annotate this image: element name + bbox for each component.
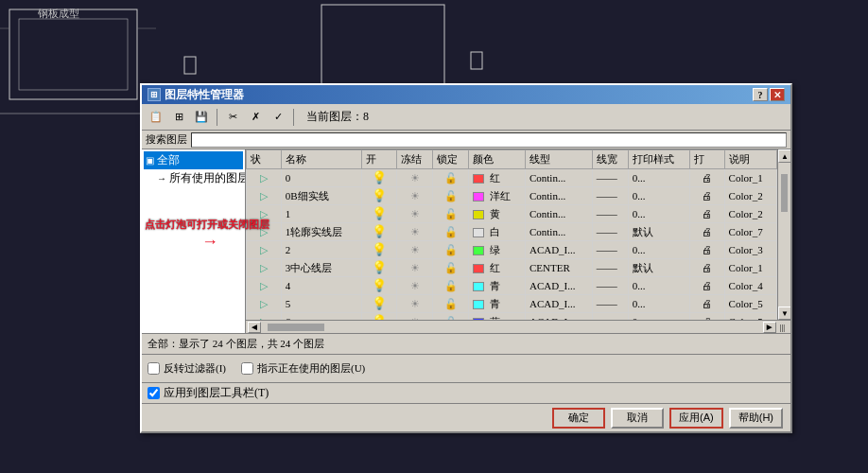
invert-filter-checkbox[interactable] (148, 362, 160, 375)
cell-color[interactable]: 黄 (469, 205, 526, 223)
cell-color[interactable]: 青 (469, 295, 526, 313)
cell-on[interactable]: 💡 (362, 169, 397, 187)
cell-printstyle[interactable]: 0... (628, 205, 689, 223)
cell-print[interactable]: 🖨 (689, 169, 724, 187)
cell-linetype[interactable]: CENTER (525, 259, 592, 277)
cell-freeze[interactable]: ☀ (396, 277, 432, 295)
cell-printstyle[interactable]: 默认 (628, 259, 689, 277)
cell-linetype[interactable]: Contin... (525, 205, 592, 223)
cell-lock[interactable]: 🔓 (433, 313, 469, 321)
indicate-used-checkbox[interactable] (241, 362, 253, 375)
cell-color[interactable]: 白 (469, 223, 526, 241)
table-row[interactable]: ▷ 0 💡 ☀ 🔓 红 Contin... —— 0... 🖨 Color_1 (247, 169, 777, 187)
cell-printstyle[interactable]: 默认 (628, 223, 689, 241)
scroll-down-btn[interactable]: ▼ (778, 307, 790, 320)
cell-freeze[interactable]: ☀ (396, 241, 432, 259)
cell-lock[interactable]: 🔓 (433, 277, 469, 295)
confirm-btn[interactable]: ✓ (268, 107, 288, 128)
cell-on[interactable]: 💡 (362, 313, 397, 321)
table-row[interactable]: ▷ 4 💡 ☀ 🔓 青 ACAD_I... —— 0... 🖨 Color_4 (247, 277, 777, 295)
cell-linewidth[interactable]: —— (592, 205, 628, 223)
cell-lock[interactable]: 🔓 (433, 169, 469, 187)
close-titlebar-btn[interactable]: ✕ (770, 88, 785, 101)
cell-linewidth[interactable]: —— (592, 295, 628, 313)
cell-on[interactable]: 💡 (362, 277, 397, 295)
table-row[interactable]: ▷ 2 💡 ☀ 🔓 绿 ACAD_I... —— 0... 🖨 Color_3 (247, 241, 777, 259)
cell-lock[interactable]: 🔓 (433, 259, 469, 277)
cell-linewidth[interactable]: —— (592, 241, 628, 259)
cell-color[interactable]: 青 (469, 277, 526, 295)
cell-print[interactable]: 🖨 (689, 259, 724, 277)
cell-on[interactable]: 💡 (362, 295, 397, 313)
cell-linetype[interactable]: Contin... (525, 187, 592, 205)
cell-linewidth[interactable]: —— (592, 313, 628, 321)
cell-linewidth[interactable]: —— (592, 223, 628, 241)
cell-linetype[interactable]: Contin... (525, 223, 592, 241)
cancel-edit-btn[interactable]: ✗ (245, 107, 266, 128)
new-layer-btn[interactable]: 📋 (146, 107, 166, 128)
cell-print[interactable]: 🖨 (689, 205, 724, 223)
cell-print[interactable]: 🖨 (689, 241, 724, 259)
cell-lock[interactable]: 🔓 (433, 205, 469, 223)
cell-linetype[interactable]: ACAD_I... (525, 313, 592, 321)
cut-btn[interactable]: ✂ (222, 107, 243, 128)
cell-print[interactable]: 🖨 (689, 295, 724, 313)
apply-button[interactable]: 应用(A) (669, 408, 723, 429)
layers-table-wrapper[interactable]: 状 名称 开 冻结 锁定 颜色 线型 线宽 打印样式 打 (246, 149, 777, 320)
cell-color[interactable]: 绿 (469, 241, 526, 259)
table-row[interactable]: ▷ 5 💡 ☀ 🔓 青 ACAD_I... —— 0... 🖨 Color_5 (247, 295, 777, 313)
cell-on[interactable]: 💡 (362, 259, 397, 277)
table-row[interactable]: ▷ 1轮廓实线层 💡 ☀ 🔓 白 Contin... —— 默认 🖨 Color… (247, 223, 777, 241)
cell-freeze[interactable]: ☀ (396, 223, 432, 241)
cell-printstyle[interactable]: 0... (628, 187, 689, 205)
cell-freeze[interactable]: ☀ (396, 259, 432, 277)
cell-linewidth[interactable]: —— (592, 259, 628, 277)
indicate-used-label[interactable]: 指示正在使用的图层(U) (241, 361, 365, 376)
delete-layer-btn[interactable]: 💾 (191, 107, 212, 128)
table-row[interactable]: ▷ 1 💡 ☀ 🔓 黄 Contin... —— 0... 🖨 Color_2 (247, 205, 777, 223)
cell-freeze[interactable]: ☀ (396, 313, 432, 321)
scroll-up-btn[interactable]: ▲ (778, 149, 790, 163)
scroll-left-btn[interactable]: ◄ (248, 322, 261, 333)
cell-linewidth[interactable]: —— (592, 277, 628, 295)
cell-freeze[interactable]: ☀ (396, 295, 432, 313)
cell-printstyle[interactable]: 0... (628, 241, 689, 259)
cell-on[interactable]: 💡 (362, 241, 397, 259)
cell-freeze[interactable]: ☀ (396, 205, 432, 223)
cell-on[interactable]: 💡 (362, 187, 397, 205)
cell-printstyle[interactable]: 0... (628, 313, 689, 321)
tree-item-used[interactable]: → 所有使用的图层 (144, 169, 243, 187)
cell-freeze[interactable]: ☀ (396, 187, 432, 205)
invert-filter-label[interactable]: 反转过滤器(I) (148, 361, 226, 376)
cancel-button[interactable]: 取消 (611, 408, 664, 429)
cell-linetype[interactable]: Contin... (525, 169, 592, 187)
cell-lock[interactable]: 🔓 (433, 187, 469, 205)
cell-printstyle[interactable]: 0... (628, 295, 689, 313)
cell-on[interactable]: 💡 (362, 205, 397, 223)
cell-color[interactable]: 洋红 (469, 187, 526, 205)
cell-lock[interactable]: 🔓 (433, 241, 469, 259)
cell-on[interactable]: 💡 (362, 223, 397, 241)
cell-printstyle[interactable]: 0... (628, 169, 689, 187)
cell-color[interactable]: 蓝 (469, 313, 526, 321)
table-row[interactable]: ▷ 6 💡 ☀ 🔓 蓝 ACAD_I... —— 0... 🖨 Color_5 (247, 313, 777, 321)
cell-printstyle[interactable]: 0... (628, 277, 689, 295)
cell-lock[interactable]: 🔓 (433, 223, 469, 241)
table-scrollbar[interactable]: ▲ ▼ (777, 149, 790, 320)
tree-item-all[interactable]: ▣ 全部 (144, 151, 243, 169)
cell-linetype[interactable]: ACAD_I... (525, 277, 592, 295)
cell-linetype[interactable]: ACAD_I... (525, 241, 592, 259)
cell-print[interactable]: 🖨 (689, 277, 724, 295)
cell-color[interactable]: 红 (469, 169, 526, 187)
cell-linewidth[interactable]: —— (592, 169, 628, 187)
help-button[interactable]: 帮助(H) (729, 408, 783, 429)
search-input[interactable] (191, 132, 787, 148)
new-layer2-btn[interactable]: ⊞ (168, 107, 189, 128)
cell-linetype[interactable]: ACAD_I... (525, 295, 592, 313)
apply-toolbar-label[interactable]: 应用到图层工具栏(T) (148, 385, 269, 401)
help-titlebar-btn[interactable]: ? (753, 88, 768, 101)
cell-print[interactable]: 🖨 (689, 187, 724, 205)
cell-linewidth[interactable]: —— (592, 187, 628, 205)
scroll-right-btn[interactable]: ► (763, 322, 776, 333)
table-row[interactable]: ▷ 0B细实线 💡 ☀ 🔓 洋红 Contin... —— 0... 🖨 Col… (247, 187, 777, 205)
